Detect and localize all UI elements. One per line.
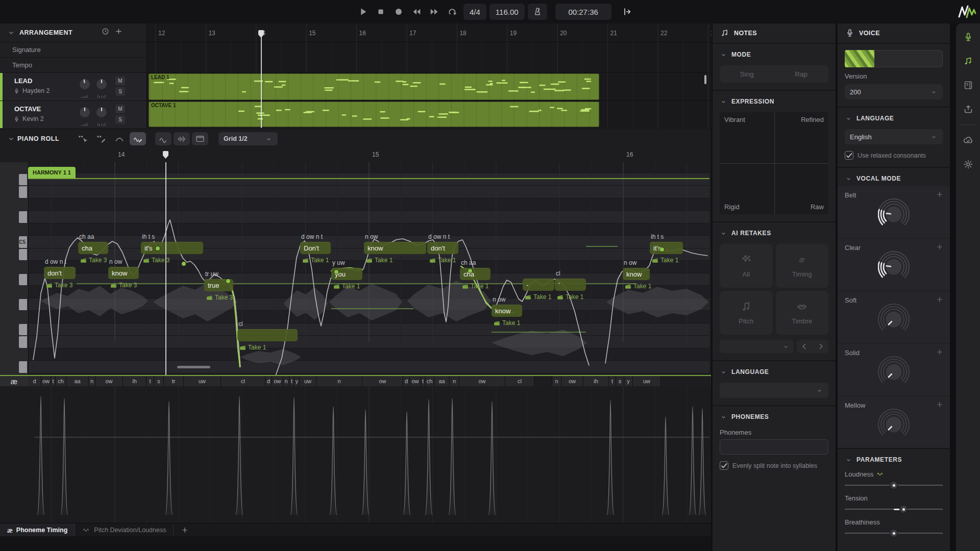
automation-wave-icon[interactable] [876,470,884,478]
take-chip[interactable]: Take 1 [462,283,488,290]
voice-language-select[interactable]: English [845,129,943,144]
phoneme-timing-handle[interactable] [607,400,614,515]
collapse-mode-icon[interactable] [720,51,727,59]
clip-octave-1[interactable]: OCTAVE 1 [149,102,599,127]
tab-phoneme-timing[interactable]: æPhoneme Timing [0,523,75,537]
phoneme-timing-handle[interactable] [662,417,669,515]
sidebar-library-icon[interactable] [963,80,974,91]
tempo-row[interactable]: Tempo [0,57,146,72]
note-'[interactable]: ' [555,279,586,291]
track-lead[interactable]: LEAD Hayden 2 M S [0,72,146,101]
tension-slider[interactable] [845,504,943,514]
phoneme-segment-s[interactable]: s [616,376,624,386]
sidebar-notes-icon[interactable] [963,56,974,67]
relaxed-consonants-checkbox[interactable]: Use relaxed consonants [845,151,943,160]
sidebar-voice-icon[interactable] [963,32,974,43]
take-chip[interactable]: Take 1 [333,283,360,290]
piano-key[interactable] [19,336,27,348]
singer-card[interactable] [845,50,943,67]
piano-key[interactable] [19,174,27,186]
pitch-anchor-dot[interactable] [334,270,338,274]
pan-knob[interactable] [96,107,107,118]
take-chip[interactable]: Take 3 [206,294,233,301]
piano-roll-playhead[interactable] [165,162,166,375]
vocal-mode-knob[interactable] [878,409,910,442]
piano-key[interactable] [19,211,27,223]
note-know[interactable]: know [623,268,650,280]
next-retake-button[interactable] [816,341,826,352]
breathiness-slider[interactable] [845,528,943,538]
version-select[interactable]: 200 [845,84,943,99]
clip-lead-1[interactable]: LEAD 1 [149,73,599,100]
phoneme-segment-ow[interactable]: ow [272,376,283,386]
phoneme-segment-t[interactable]: t [51,376,56,386]
draw-note-tool[interactable] [93,132,109,145]
note-Don't[interactable]: Don't [300,242,331,254]
phoneme-segment-d[interactable]: d [403,376,410,386]
signature-row[interactable]: Signature [0,42,146,57]
collapse-language-icon[interactable] [720,368,727,376]
vocal-mode-knob[interactable] [878,251,910,285]
phoneme-segment-t[interactable]: t [146,376,154,386]
split-syllables-checkbox[interactable]: Evenly split note into syllables [720,461,828,470]
note-grid[interactable]: C5C4 HARMONY 1 1 don'td ow n tTake 3chac… [0,162,711,375]
add-automation-button[interactable] [936,243,944,251]
pitch-pen-tool[interactable] [130,132,146,145]
pitch-layer-toggle[interactable] [155,132,172,145]
phoneme-gap[interactable] [534,376,552,386]
phoneme-segment-tr[interactable]: tr [164,376,184,386]
collapse-voice-language-icon[interactable] [845,115,852,122]
pitch-anchor-dot[interactable] [182,262,186,266]
loop-button[interactable] [446,5,459,18]
mute-button[interactable]: M [115,105,125,113]
collapse-arrangement-icon[interactable] [7,29,15,37]
vocal-mode-knob[interactable] [878,198,910,232]
dynamics-layer-toggle[interactable] [174,132,190,145]
sidebar-export-icon[interactable] [963,104,974,115]
phoneme-segment-ow[interactable]: ow [561,376,583,386]
take-chip[interactable]: Take 1 [525,293,551,300]
phoneme-segment-uw[interactable]: uw [633,376,661,386]
pitch-anchor-dot[interactable] [226,279,230,283]
goto-playhead-button[interactable] [620,4,635,19]
note-language-select[interactable] [720,383,828,398]
phoneme-timing-handle[interactable] [362,410,369,515]
phoneme-timing-handle[interactable] [330,407,337,515]
slider-thumb[interactable] [890,529,898,537]
phoneme-segment-ow[interactable]: ow [362,376,403,386]
add-automation-button[interactable] [936,190,944,198]
take-chip[interactable]: Take 1 [366,257,393,264]
collapse-vocal-mode-icon[interactable] [845,175,852,183]
collapse-expression-icon[interactable] [720,98,727,106]
note-don't[interactable]: don't [427,242,458,254]
phoneme-timing-handle[interactable] [699,409,706,515]
note-it's[interactable]: it's [650,242,683,254]
takes-layer-toggle[interactable] [192,132,208,145]
phoneme-segment-s[interactable]: s [154,376,164,386]
phoneme-segment-uw[interactable]: uw [300,376,316,386]
note-don't[interactable]: don't [44,267,76,279]
phoneme-timing-handle[interactable] [425,399,432,515]
piano-key[interactable] [19,324,27,336]
phoneme-segment-cl[interactable]: cl [221,376,265,386]
take-chip[interactable]: Take 1 [302,257,329,264]
phoneme-segment-y[interactable]: y [295,376,300,386]
previous-retake-button[interactable] [799,341,810,352]
pitch-anchor-dot[interactable] [468,269,472,273]
piano-key[interactable] [19,249,27,261]
retake-select[interactable] [720,340,794,353]
phoneme-segment-y[interactable]: y [624,376,633,386]
track-octave[interactable]: OCTAVE Kevin 2 M S [0,101,146,128]
phoneme-segment-aa[interactable]: aa [434,376,450,386]
arrangement-playhead[interactable] [261,31,262,128]
phoneme-segment-ow[interactable]: ow [41,376,51,386]
expression-pad[interactable]: Vibrant Refined Rigid Raw [720,112,828,214]
retake-timing-button[interactable]: æTiming [776,244,829,288]
tempo-display[interactable]: 116.00 [489,4,525,20]
add-editor-tab-button[interactable] [181,526,189,534]
take-chip[interactable]: Take 1 [557,293,583,300]
mode-sing-button[interactable]: Sing [720,65,774,83]
piano-key[interactable] [19,361,27,373]
sidebar-cloud-sync-icon[interactable] [963,135,974,146]
piano-keys[interactable]: C5C4 [0,162,29,375]
